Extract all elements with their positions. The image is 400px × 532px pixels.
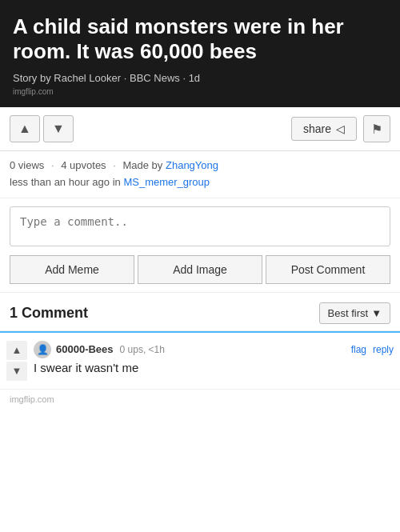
comment-upvote-button[interactable]: ▲ — [6, 341, 27, 360]
flag-button[interactable]: ⚑ — [363, 115, 390, 142]
upvotes-count: 4 upvotes — [61, 159, 106, 171]
comment-row: ▲ ▼ 👤 60000-Bees 0 ups, <1h flag reply I… — [0, 331, 400, 390]
comment-textarea[interactable] — [10, 206, 390, 246]
comment-author: 60000-Bees — [56, 343, 114, 355]
footer-link[interactable]: imgflip.com — [10, 394, 54, 404]
sort-label: Best first — [328, 307, 369, 319]
footer: imgflip.com — [0, 390, 400, 409]
comment-downvote-button[interactable]: ▼ — [6, 362, 27, 381]
share-label: share — [303, 122, 331, 135]
comment-action-links: flag reply — [351, 344, 394, 355]
comment-reply-link[interactable]: reply — [373, 344, 394, 355]
author-link[interactable]: ZhangYong — [166, 159, 218, 171]
source-label: imgflip.com — [13, 87, 387, 96]
comment-input-area: Add Meme Add Image Post Comment — [0, 198, 400, 293]
avatar-icon: 👤 — [37, 344, 49, 355]
avatar: 👤 — [34, 341, 51, 358]
vote-buttons: ▲ ▼ — [10, 115, 74, 142]
comments-count-title: 1 Comment — [10, 305, 88, 322]
dot-separator-2: · — [113, 159, 116, 171]
article-byline: Story by Rachel Looker · BBC News · 1d — [13, 72, 387, 84]
action-bar: ▲ ▼ share ◁ ⚑ — [0, 107, 400, 151]
upvote-button[interactable]: ▲ — [10, 115, 40, 142]
hero-section: A child said monsters were in her room. … — [0, 0, 400, 107]
made-by-label: Made by — [122, 159, 162, 171]
comment-body: 👤 60000-Bees 0 ups, <1h flag reply I swe… — [34, 341, 394, 374]
flag-icon: ⚑ — [371, 122, 382, 137]
sort-button[interactable]: Best first ▼ — [319, 302, 390, 324]
downvote-button[interactable]: ▼ — [43, 115, 74, 142]
comment-text: I swear it wasn't me — [34, 361, 394, 374]
comments-header: 1 Comment Best first ▼ — [0, 293, 400, 331]
dot-separator-1: · — [51, 159, 54, 171]
share-button[interactable]: share ◁ — [291, 117, 357, 141]
group-link[interactable]: MS_memer_group — [123, 176, 210, 188]
comment-meta: 0 ups, <1h — [120, 344, 165, 355]
comment-flag-link[interactable]: flag — [351, 344, 366, 355]
meta-bar: 0 views · 4 upvotes · Made by ZhangYong … — [0, 151, 400, 198]
add-meme-button[interactable]: Add Meme — [10, 255, 134, 284]
views-count: 0 views — [10, 159, 44, 171]
share-icon: ◁ — [336, 122, 345, 135]
comment-action-buttons: Add Meme Add Image Post Comment — [10, 249, 390, 292]
chevron-down-icon: ▼ — [371, 307, 382, 319]
comment-vote-column: ▲ ▼ — [6, 341, 27, 381]
comment-author-row: 👤 60000-Bees 0 ups, <1h flag reply — [34, 341, 394, 358]
article-title: A child said monsters were in her room. … — [13, 14, 387, 64]
time-label: less than an hour ago in — [10, 176, 121, 188]
add-image-button[interactable]: Add Image — [138, 255, 262, 284]
post-comment-button[interactable]: Post Comment — [266, 255, 390, 284]
